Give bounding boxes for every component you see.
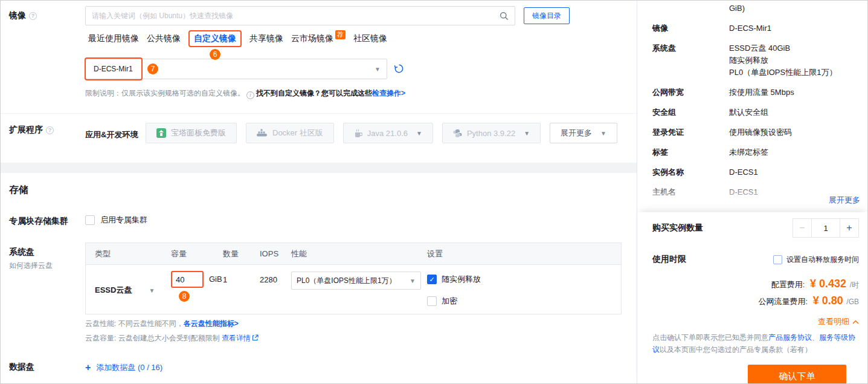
- section-divider-band: [1, 163, 637, 173]
- summary-row-partial: GiB): [652, 2, 860, 15]
- duration-label: 使用时限: [652, 254, 686, 265]
- duration-row: 使用时限 设置自动释放服务时间: [637, 254, 868, 265]
- agreement-separator: 、: [812, 333, 819, 342]
- image-search: [85, 6, 515, 25]
- dedicated-cluster-option: 启用专属集群: [85, 215, 147, 226]
- tab-marketplace-images[interactable]: 云市场镜像荐: [291, 33, 346, 44]
- fees-block: 配置费用: ¥ 0.432 /时 公网流量费用: ¥ 0.80 /GB 查看明细: [637, 278, 868, 307]
- section-separator: [1, 113, 637, 114]
- refresh-icon[interactable]: [394, 63, 404, 74]
- summary-bandwidth-label: 公网带宽: [652, 86, 729, 99]
- disk-capacity-note: 云盘容量: 云盘创建总大小会受到配额限制 查看详情: [85, 333, 259, 343]
- tab-shared-images[interactable]: 共享镜像: [249, 33, 283, 44]
- check-operations-link[interactable]: 检查操作>: [372, 89, 405, 97]
- java-icon: [354, 129, 362, 138]
- view-fee-details-link[interactable]: 查看明细: [818, 316, 859, 327]
- traffic-fee-value: ¥ 0.80: [813, 295, 843, 307]
- summary-row-tag: 标签 未绑定标签: [652, 146, 860, 158]
- sysdisk-line2: 随实例释放: [729, 54, 860, 67]
- disk-table-row: ESSD云盘 ▼ 8 GiB 1 2280 PL0（单盘IOPS性能上限1万） …: [86, 265, 621, 314]
- disk-type-value: ESSD云盘: [95, 285, 132, 296]
- view-details-link[interactable]: 查看详情: [222, 334, 251, 342]
- info-icon: [246, 91, 254, 99]
- search-icon[interactable]: [500, 11, 509, 21]
- help-icon[interactable]: [46, 126, 54, 134]
- sysdisk-line1: ESSD云盘 40GiB: [729, 42, 860, 54]
- header-type: 类型: [86, 249, 167, 259]
- extensions-label-text: 扩展程序: [9, 125, 43, 134]
- summary-secgroup-label: 安全组: [652, 106, 729, 119]
- extension-buttons: 宝塔面板免费版 Docker 社区版 Java 21.0.6 ▼ Python …: [146, 123, 617, 143]
- quantity-input[interactable]: [812, 218, 840, 238]
- summary-credential-label: 登录凭证: [652, 126, 729, 138]
- release-with-instance-checkbox[interactable]: [427, 275, 437, 284]
- plus-icon: +: [85, 362, 91, 373]
- how-to-choose-disk-link[interactable]: 如何选择云盘: [9, 261, 53, 271]
- summary-row-bandwidth: 公网带宽 按使用流量 5Mbps: [652, 86, 860, 99]
- annotation-circle-8: 8: [179, 291, 190, 302]
- python-version-button[interactable]: Python 3.9.22 ▼: [442, 123, 541, 143]
- header-performance: 性能: [291, 249, 427, 259]
- docker-ce-button[interactable]: Docker 社区版: [246, 123, 334, 143]
- disk-count-value: 1: [223, 270, 260, 307]
- summary-hostname-label: 主机名: [652, 186, 729, 198]
- dedicated-cluster-checkbox[interactable]: [85, 215, 95, 225]
- header-capacity: 容量: [167, 249, 223, 259]
- disk-capacity-input[interactable]: [171, 271, 204, 288]
- disk-performance-select[interactable]: PL0（单盘IOPS性能上限1万） ▼: [291, 272, 421, 290]
- image-section-label-text: 镜像: [9, 10, 26, 20]
- disk-type-select[interactable]: ESSD云盘 ▼: [86, 270, 167, 307]
- image-catalog-button[interactable]: 镜像目录: [524, 7, 570, 24]
- python-icon: [453, 129, 462, 138]
- restriction-note: 限制说明：仅展示该实例规格可选的自定义镜像。: [85, 89, 245, 97]
- add-data-disk-button[interactable]: + 添加数据盘 (0 / 16): [85, 362, 162, 373]
- summary-image-label: 镜像: [652, 22, 729, 34]
- add-data-disk-label: 添加数据盘 (0 / 16): [96, 362, 162, 373]
- chevron-up-icon: [852, 320, 859, 324]
- chevron-down-icon: ▼: [600, 130, 606, 137]
- auto-release-option[interactable]: 设置自动释放服务时间: [773, 255, 859, 265]
- annotation-circle-6: 6: [210, 49, 220, 60]
- summary-row-system-disk: 系统盘 ESSD云盘 40GiB 随实例释放 PL0（单盘IOPS性能上限1万）: [652, 42, 860, 79]
- capacity-input-wrap: 8: [171, 271, 204, 288]
- summary-row-image: 镜像 D-ECS-Mir1: [652, 22, 860, 34]
- confirm-order-button[interactable]: 确认下单: [748, 365, 846, 384]
- recommend-badge: 荐: [335, 30, 346, 39]
- encrypt-checkbox[interactable]: [427, 296, 437, 306]
- java-version-button[interactable]: Java 21.0.6 ▼: [343, 123, 433, 143]
- config-fee-line: 配置费用: ¥ 0.432 /时: [637, 278, 859, 290]
- tab-custom-images[interactable]: 自定义镜像: [194, 33, 236, 43]
- baota-icon: [156, 128, 166, 138]
- release-with-instance-label: 随实例释放: [442, 274, 481, 285]
- tab-community-images[interactable]: 社区镜像: [353, 33, 387, 44]
- quantity-row: 购买实例数量 − +: [637, 212, 868, 238]
- system-disk-label: 系统盘: [9, 247, 34, 258]
- image-search-input[interactable]: [86, 11, 500, 20]
- chevron-down-icon: ▼: [375, 66, 381, 73]
- header-iops: IOPS: [260, 249, 291, 258]
- image-section-label: 镜像: [9, 10, 37, 21]
- quantity-stepper: − +: [792, 218, 859, 238]
- help-icon[interactable]: [29, 12, 37, 20]
- not-found-text: 找不到自定义镜像？您可以完成这些: [256, 89, 372, 97]
- view-fee-details-label: 查看明细: [818, 316, 849, 327]
- custom-image-select[interactable]: D-ECS-Mir1 ▼ 7: [85, 59, 387, 79]
- baota-panel-button[interactable]: 宝塔面板免费版: [146, 123, 237, 143]
- auto-release-checkbox[interactable]: [773, 255, 782, 264]
- tab-recent-images[interactable]: 最近使用镜像: [88, 33, 139, 44]
- quantity-increase-button[interactable]: +: [840, 218, 859, 238]
- product-service-agreement-link[interactable]: 产品服务协议: [768, 333, 812, 342]
- expand-more-extensions-button[interactable]: 展开更多 ▼: [550, 123, 617, 143]
- disk-performance-metrics-link[interactable]: 各云盘性能指标>: [184, 319, 239, 328]
- config-fee-unit: /时: [850, 281, 859, 289]
- storage-title: 存储: [9, 184, 28, 197]
- tab-public-images[interactable]: 公共镜像: [147, 33, 181, 44]
- java-version-label: Java 21.0.6: [367, 129, 408, 138]
- summary-expand-more-link[interactable]: 展开更多: [829, 195, 860, 206]
- config-fee-label: 配置费用:: [771, 280, 805, 289]
- traffic-fee-label: 公网流量费用:: [758, 297, 808, 306]
- summary-row-security-group: 安全组 默认安全组: [652, 106, 860, 119]
- summary-credential-value: 使用镜像预设密码: [729, 126, 860, 138]
- quantity-decrease-button[interactable]: −: [792, 218, 812, 238]
- ecs-purchase-page: 镜像 镜像目录 最近使用镜像 公共镜像 自定义镜像 6 共享镜像 云市场镜像荐 …: [0, 0, 868, 384]
